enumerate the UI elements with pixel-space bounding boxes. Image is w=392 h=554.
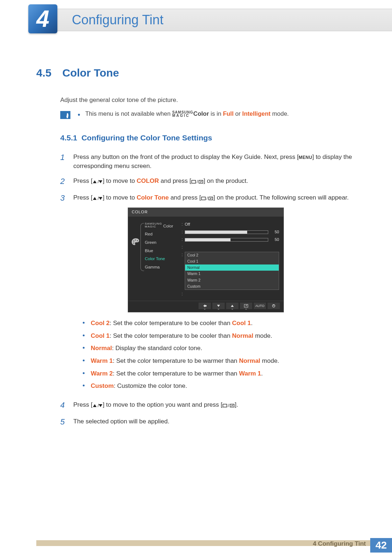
bullet-cool2: Cool 2: Set the color temperature to be … xyxy=(83,319,356,328)
page-number: 42 xyxy=(375,539,387,551)
step-seg: ] on the product. xyxy=(204,177,248,184)
step-kw-color: COLOR xyxy=(136,177,159,184)
osd-item-red: Red xyxy=(145,231,180,237)
svg-marker-13 xyxy=(210,198,211,199)
tone-option: Warm 1 xyxy=(185,271,279,277)
osd-panel: COLOR SAMSUNGMAGIC Color Red Green Blu xyxy=(128,208,284,312)
brand-bottom: MAGIC xyxy=(172,114,193,117)
svg-text:/: / xyxy=(98,180,99,184)
chapter-number: 4 xyxy=(36,5,49,32)
svg-marker-0 xyxy=(93,180,97,183)
osd-value-gamma: : xyxy=(180,291,279,297)
step-seg: ] to move to xyxy=(103,177,137,184)
step-seg: Press [ xyxy=(73,194,93,201)
svg-point-16 xyxy=(137,240,138,241)
bullet-cool1: Cool 1: Set the color temperature to be … xyxy=(83,332,356,341)
svg-marker-9 xyxy=(99,197,102,200)
note-full-mode: Full xyxy=(223,110,233,117)
bullet-custom: Custom: Customize the color tone. xyxy=(83,382,356,391)
section-heading: 4.5 Color Tone xyxy=(36,67,356,79)
osd-screenshot: COLOR SAMSUNGMAGIC Color Red Green Blu xyxy=(128,208,356,312)
osd-title: COLOR xyxy=(128,208,283,217)
step-number: 2 xyxy=(60,176,73,187)
select-enter-icon: / xyxy=(191,178,204,184)
osd-power-icon xyxy=(268,303,280,309)
page-number-badge: 42 xyxy=(370,538,392,553)
chapter-number-badge: 4 xyxy=(28,4,57,33)
osd-value-blue: : xyxy=(180,244,279,251)
section-title: Color Tone xyxy=(62,67,119,79)
svg-marker-27 xyxy=(99,404,102,407)
svg-rect-3 xyxy=(192,180,196,183)
subsection-title: Configuring the Color Tone Settings xyxy=(81,134,212,142)
note-seg: This menu is not available when xyxy=(85,110,172,117)
note-row: • This menu is not available when SAMSUN… xyxy=(60,110,356,119)
subsection-number: 4.5.1 xyxy=(60,134,77,142)
step-seg: Press [ xyxy=(73,177,93,184)
tone-option: Custom xyxy=(185,283,279,290)
svg-marker-25 xyxy=(93,404,97,407)
section-number: 4.5 xyxy=(36,67,52,79)
note-intelligent-mode: Intelligent xyxy=(242,110,270,117)
osd-item-magic-color: SAMSUNGMAGIC Color xyxy=(145,222,180,229)
step-2: 2 Press [/] to move to COLOR and press [… xyxy=(60,176,356,187)
step-seg: ]. xyxy=(235,401,238,408)
step-4: 4 Press [/] to move to the option you wa… xyxy=(60,399,356,411)
osd-auto-button: AUTO xyxy=(254,303,266,309)
samsung-magic-brand: SAMSUNGMAGIC xyxy=(172,111,193,117)
osd-body: SAMSUNGMAGIC Color Red Green Blue Color … xyxy=(128,217,283,301)
osd-values: :Off :50 :50 : : Cool 2Cool 1NormalWarm … xyxy=(180,220,279,299)
note-seg: or xyxy=(233,110,242,117)
osd-down-icon xyxy=(212,303,225,309)
bullet-warm1: Warm 1: Set the color temperature to be … xyxy=(83,357,356,366)
svg-text:/: / xyxy=(98,196,99,201)
note-seg: is in xyxy=(209,110,223,117)
tone-option: Cool 1 xyxy=(185,258,279,264)
svg-point-17 xyxy=(133,242,134,243)
step-body: Press any button on the front of the pro… xyxy=(73,152,356,171)
svg-point-14 xyxy=(133,241,134,242)
palette-icon xyxy=(130,237,141,248)
step-number: 1 xyxy=(60,152,73,163)
note-seg: Color xyxy=(193,110,209,117)
up-down-arrows-icon: / xyxy=(93,178,103,184)
osd-value-red: :50 xyxy=(180,229,279,235)
note-text: This menu is not available when SAMSUNGM… xyxy=(85,110,289,118)
bullet-dot: • xyxy=(78,112,80,117)
step-body: Press [/] to move to COLOR and press [/]… xyxy=(73,176,356,186)
tone-option-list: Cool 2: Set the color temperature to be … xyxy=(83,319,356,391)
color-tone-dropdown: Cool 2Cool 1NormalWarm 1Warm 2Custom xyxy=(185,252,279,290)
step-number: 4 xyxy=(60,399,73,411)
osd-back-icon xyxy=(199,303,211,309)
svg-rect-28 xyxy=(223,404,227,407)
select-enter-icon: / xyxy=(222,402,235,408)
osd-item-gamma: Gamma xyxy=(145,264,180,270)
tone-option: Warm 2 xyxy=(185,277,279,283)
osd-footer: AUTO xyxy=(128,301,283,310)
osd-menu-list: SAMSUNGMAGIC Color Red Green Blue Color … xyxy=(132,220,180,299)
svg-marker-31 xyxy=(231,406,233,406)
svg-marker-19 xyxy=(217,305,220,307)
svg-marker-20 xyxy=(231,305,234,307)
osd-value-green: :50 xyxy=(180,237,279,243)
svg-rect-10 xyxy=(201,197,205,200)
svg-marker-6 xyxy=(200,182,201,182)
note-seg: mode. xyxy=(270,110,289,117)
osd-value-color-tone: : Cool 2Cool 1NormalWarm 1Warm 2Custom xyxy=(180,252,279,290)
note-icon xyxy=(60,111,70,119)
step-seg: ] to move to xyxy=(103,194,137,201)
osd-item-blue: Blue xyxy=(145,248,180,254)
svg-text:/: / xyxy=(98,403,99,408)
osd-up-icon xyxy=(226,303,238,309)
step-number: 3 xyxy=(60,192,73,204)
osd-value-magic: :Off xyxy=(180,221,279,228)
osd-item-green: Green xyxy=(145,239,180,246)
page-content: 4.5 Color Tone Adjust the general color … xyxy=(36,67,356,433)
select-enter-icon: / xyxy=(201,195,213,201)
step-seg: Press [ xyxy=(73,401,93,408)
svg-point-15 xyxy=(135,239,136,241)
step-seg: and press [ xyxy=(159,177,191,184)
svg-marker-22 xyxy=(246,306,247,306)
up-down-arrows-icon: / xyxy=(93,402,103,408)
tone-option: Normal xyxy=(185,264,279,271)
